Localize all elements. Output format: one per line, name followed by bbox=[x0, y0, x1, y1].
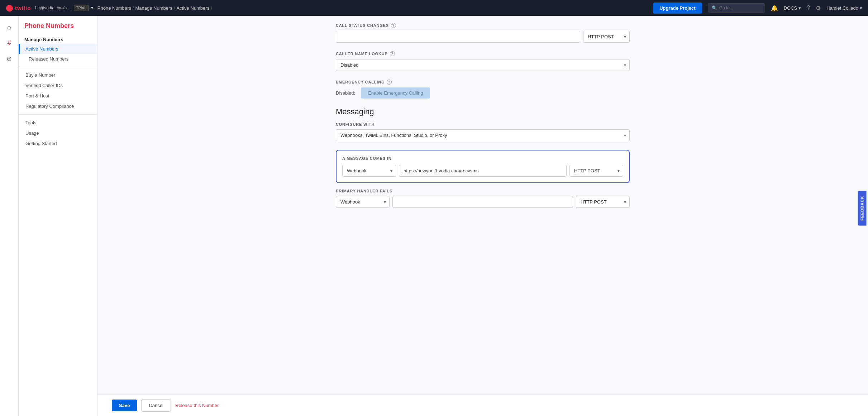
call-status-method-select-wrapper: HTTP POST HTTP GET ▾ bbox=[583, 31, 630, 43]
docs-chevron-icon: ▾ bbox=[798, 5, 801, 11]
configure-with-select[interactable]: Webhooks, TwiML Bins, Functions, Studio,… bbox=[336, 129, 630, 141]
call-status-method-select[interactable]: HTTP POST HTTP GET bbox=[583, 31, 630, 43]
breadcrumb: Phone Numbers / Manage Numbers / Active … bbox=[97, 5, 212, 11]
docs-button[interactable]: DOCS ▾ bbox=[784, 5, 801, 11]
emergency-row: Disabled: Enable Emergency Calling bbox=[336, 87, 630, 99]
sidebar-icon-chat[interactable]: ⊕ bbox=[2, 52, 16, 66]
primary-handler-label: PRIMARY HANDLER FAILS bbox=[336, 189, 630, 193]
call-status-label: CALL STATUS CHANGES ? bbox=[336, 23, 630, 28]
content-wrapper: CALL STATUS CHANGES ? HTTP POST HTTP GET… bbox=[321, 16, 644, 231]
icon-sidebar: ⌂ # ⊕ bbox=[0, 16, 19, 416]
sidebar-item-port-host[interactable]: Port & Host bbox=[19, 91, 97, 101]
release-number-button[interactable]: Release this Number bbox=[175, 403, 219, 408]
sidebar-divider-2 bbox=[19, 114, 97, 115]
account-chevron: ▾ bbox=[91, 5, 93, 10]
emergency-status: Disabled: bbox=[336, 90, 355, 96]
caller-name-label: CALLER NAME LOOKUP ? bbox=[336, 51, 630, 56]
top-navigation: ⬤ twilio hc@vodia.com's ... TRIAL ▾ Phon… bbox=[0, 0, 868, 16]
sidebar-item-released-numbers[interactable]: Released Numbers bbox=[19, 54, 97, 64]
caller-name-lookup-section: CALLER NAME LOOKUP ? Disabled Enabled ▾ bbox=[336, 51, 630, 71]
upgrade-project-button[interactable]: Upgrade Project bbox=[653, 3, 702, 14]
configure-with-section: CONFIGURE WITH Webhooks, TwiML Bins, Fun… bbox=[336, 122, 630, 141]
main-layout: ⌂ # ⊕ Phone Numbers Manage Numbers Activ… bbox=[0, 16, 868, 416]
message-method-select[interactable]: HTTP POST HTTP GET bbox=[569, 165, 623, 177]
bell-icon[interactable]: 🔔 bbox=[771, 5, 778, 11]
message-method-select-wrapper: HTTP POST HTTP GET ▾ bbox=[569, 165, 623, 177]
call-status-row: HTTP POST HTTP GET ▾ bbox=[336, 31, 630, 43]
message-webhook-type-select[interactable]: Webhook TwiML Bin Function bbox=[342, 165, 396, 177]
message-comes-in-row: Webhook TwiML Bin Function ▾ HTTP POST H… bbox=[342, 165, 623, 177]
sidebar-icon-home[interactable]: ⌂ bbox=[2, 20, 16, 34]
primary-handler-fails-section: PRIMARY HANDLER FAILS Webhook TwiML Bin … bbox=[336, 189, 630, 208]
sidebar-item-verified-caller-ids[interactable]: Verified Caller IDs bbox=[19, 80, 97, 91]
twilio-logo: ⬤ twilio bbox=[6, 4, 31, 12]
settings-icon[interactable]: ⚙ bbox=[816, 5, 821, 11]
sidebar-item-getting-started[interactable]: Getting Started bbox=[19, 138, 97, 149]
user-name-label: Hamlet Collado bbox=[826, 5, 858, 11]
configure-with-select-wrapper: Webhooks, TwiML Bins, Functions, Studio,… bbox=[336, 129, 630, 141]
breadcrumb-active-numbers[interactable]: Active Numbers bbox=[176, 5, 209, 11]
main-content: CALL STATUS CHANGES ? HTTP POST HTTP GET… bbox=[97, 16, 868, 395]
message-url-input[interactable] bbox=[399, 165, 567, 177]
content-area: CALL STATUS CHANGES ? HTTP POST HTTP GET… bbox=[97, 16, 868, 416]
emergency-calling-label: EMERGENCY CALLING ? bbox=[336, 80, 630, 85]
caller-name-select[interactable]: Disabled Enabled bbox=[336, 59, 630, 71]
call-status-section: CALL STATUS CHANGES ? HTTP POST HTTP GET… bbox=[336, 23, 630, 43]
primary-webhook-select-wrapper: Webhook TwiML Bin ▾ bbox=[336, 196, 390, 208]
feedback-tab[interactable]: FEEDBACK bbox=[858, 191, 866, 225]
user-chevron-icon: ▾ bbox=[860, 5, 862, 11]
sidebar-icon-hash[interactable]: # bbox=[2, 36, 16, 50]
enable-emergency-button[interactable]: Enable Emergency Calling bbox=[361, 87, 430, 99]
sidebar-item-active-numbers[interactable]: Active Numbers bbox=[19, 44, 97, 54]
message-webhook-select-wrapper: Webhook TwiML Bin Function ▾ bbox=[342, 165, 396, 177]
call-status-url-input[interactable] bbox=[336, 31, 580, 43]
search-placeholder: Go to... bbox=[719, 5, 733, 10]
breadcrumb-phone-numbers[interactable]: Phone Numbers bbox=[97, 5, 131, 11]
help-icon[interactable]: ? bbox=[807, 5, 810, 11]
configure-with-label: CONFIGURE WITH bbox=[336, 122, 630, 126]
twilio-logo-icon: ⬤ bbox=[6, 4, 13, 12]
primary-handler-row: Webhook TwiML Bin ▾ HTTP POST HTTP GET ▾ bbox=[336, 196, 630, 208]
message-comes-in-label: A MESSAGE COMES IN bbox=[342, 156, 623, 161]
account-info[interactable]: hc@vodia.com's ... TRIAL ▾ bbox=[35, 5, 93, 11]
twilio-wordmark: twilio bbox=[15, 5, 31, 11]
primary-webhook-type-select[interactable]: Webhook TwiML Bin bbox=[336, 196, 390, 208]
nav-left: ⬤ twilio hc@vodia.com's ... TRIAL ▾ Phon… bbox=[6, 4, 212, 12]
nav-right: Upgrade Project 🔍 Go to... 🔔 DOCS ▾ ? ⚙ … bbox=[653, 3, 862, 14]
primary-method-select-wrapper: HTTP POST HTTP GET ▾ bbox=[576, 196, 630, 208]
sidebar-title: Phone Numbers bbox=[19, 16, 97, 34]
search-icon: 🔍 bbox=[712, 5, 717, 10]
call-status-help-icon[interactable]: ? bbox=[391, 23, 396, 28]
sidebar-item-regulatory-compliance[interactable]: Regulatory Compliance bbox=[19, 101, 97, 111]
messaging-title: Messaging bbox=[336, 107, 630, 116]
save-button[interactable]: Save bbox=[112, 400, 137, 411]
primary-method-select[interactable]: HTTP POST HTTP GET bbox=[576, 196, 630, 208]
sidebar-divider-1 bbox=[19, 67, 97, 67]
message-comes-in-box: A MESSAGE COMES IN Webhook TwiML Bin Fun… bbox=[336, 150, 630, 183]
account-email: hc@vodia.com's ... bbox=[35, 5, 71, 10]
left-sidebar: Phone Numbers Manage Numbers Active Numb… bbox=[19, 16, 97, 416]
sidebar-manage-numbers-title[interactable]: Manage Numbers bbox=[19, 34, 97, 44]
trial-badge: TRIAL bbox=[74, 5, 89, 11]
footer-bar: Save Cancel Release this Number bbox=[97, 395, 868, 416]
breadcrumb-manage-numbers[interactable]: Manage Numbers bbox=[135, 5, 172, 11]
primary-url-input[interactable] bbox=[392, 196, 573, 208]
search-box[interactable]: 🔍 Go to... bbox=[708, 3, 765, 13]
caller-name-help-icon[interactable]: ? bbox=[390, 51, 395, 56]
sidebar-item-usage[interactable]: Usage bbox=[19, 128, 97, 138]
emergency-calling-section: EMERGENCY CALLING ? Disabled: Enable Eme… bbox=[336, 80, 630, 99]
cancel-button[interactable]: Cancel bbox=[141, 399, 171, 412]
sidebar-item-buy-number[interactable]: Buy a Number bbox=[19, 70, 97, 80]
emergency-help-icon[interactable]: ? bbox=[387, 80, 392, 85]
caller-name-select-wrapper: Disabled Enabled ▾ bbox=[336, 59, 630, 71]
user-menu[interactable]: Hamlet Collado ▾ bbox=[826, 5, 862, 11]
sidebar-item-tools[interactable]: Tools bbox=[19, 118, 97, 128]
